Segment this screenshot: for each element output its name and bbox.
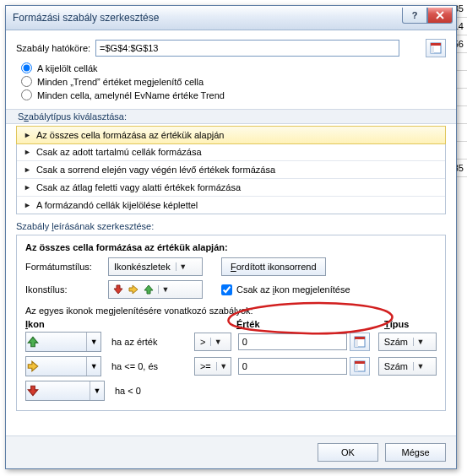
column-headers: Ikon Érték Típus [25, 319, 437, 329]
triangle-icon: ► [24, 131, 31, 139]
edit-formatting-rule-dialog: Formázási szabály szerkesztése ? Szabály… [5, 5, 457, 469]
value-input[interactable] [238, 358, 347, 375]
icon-picker[interactable]: ▼ [25, 381, 105, 401]
arrow-right-yellow-icon [128, 284, 139, 295]
ruletype-item[interactable]: ►Csak a sorrend elején vagy végén lévő é… [17, 161, 445, 179]
operator-combo[interactable]: >▼ [194, 333, 231, 351]
icon-rule-row: ▼ ha <= 0, és >=▼ Szám▼ [25, 356, 437, 376]
scope-input[interactable] [95, 40, 399, 57]
arrow-down-red-icon [112, 284, 124, 295]
radio-evname-trend[interactable]: Minden cella, amelynél EvName értéke Tre… [21, 89, 446, 100]
icon-rule-row: ▼ ha az érték >▼ Szám▼ [25, 332, 437, 352]
ruletype-item[interactable]: ►Csak az adott tartalmú cellák formázása [17, 143, 445, 161]
condition-text: ha <= 0, és [108, 361, 194, 371]
reverse-icon-order-button[interactable]: Fordított ikonsorrend [221, 257, 326, 276]
arrow-right-yellow-icon [26, 360, 40, 373]
arrow-down-red-icon [26, 384, 40, 398]
svg-rect-4 [355, 337, 365, 339]
chevron-down-icon: ▼ [176, 262, 190, 271]
ok-button[interactable]: OK [318, 443, 378, 462]
titlebar[interactable]: Formázási szabály szerkesztése ? [6, 6, 456, 30]
format-style-label: Formátumstílus: [25, 262, 103, 272]
format-style-combo[interactable]: Ikonkészletek ▼ [108, 257, 203, 276]
ruletype-item[interactable]: ►A formázandó cellák kijelölése képlette… [17, 197, 445, 214]
chevron-down-icon: ▼ [413, 362, 427, 371]
panel-title: Az összes cella formázása az értékük ala… [25, 242, 437, 252]
range-picker-button[interactable] [426, 39, 446, 57]
svg-rect-2 [431, 46, 434, 53]
type-combo[interactable]: Szám▼ [378, 333, 437, 351]
svg-rect-5 [355, 340, 358, 347]
ruletype-item[interactable]: ►Az összes cella formázása az értékük al… [16, 126, 446, 144]
chevron-down-icon: ▼ [210, 338, 225, 346]
radio-all-trend[interactable]: Minden „Trend” értéket megjelenítő cella [21, 76, 446, 87]
close-button[interactable] [427, 8, 453, 24]
chevron-down-icon: ▼ [86, 333, 100, 351]
arrow-up-green-icon [143, 284, 155, 295]
chevron-down-icon: ▼ [413, 338, 427, 346]
arrow-up-green-icon [26, 335, 40, 349]
range-picker-button[interactable] [350, 357, 370, 376]
icon-style-label: Ikonstílus: [25, 284, 103, 295]
chevron-down-icon: ▼ [158, 285, 172, 294]
type-combo[interactable]: Szám▼ [378, 357, 437, 376]
chevron-down-icon: ▼ [90, 381, 104, 400]
scope-label: Szabály hatóköre: [16, 43, 90, 53]
condition-text: ha az érték [108, 337, 194, 347]
svg-rect-8 [355, 365, 358, 371]
chevron-down-icon: ▼ [216, 362, 231, 371]
dialog-title: Formázási szabály szerkesztése [13, 12, 159, 24]
ruletype-header: Szabálytípus kiválasztása: [6, 109, 456, 124]
ruletype-item[interactable]: ►Csak az átlag feletti vagy alatti érték… [17, 179, 445, 197]
radio-selected-cells[interactable]: A kijelölt cellák [21, 62, 446, 73]
ruletypes-list: ►Az összes cella formázása az értékük al… [16, 126, 446, 214]
scope-radios: A kijelölt cellák Minden „Trend” értéket… [21, 62, 446, 100]
chevron-down-icon: ▼ [86, 357, 100, 376]
help-button[interactable]: ? [402, 8, 427, 24]
desc-header: Szabály leírásának szerkesztése: [16, 221, 446, 231]
value-input[interactable] [238, 333, 347, 350]
triangle-icon: ► [24, 165, 31, 174]
svg-rect-7 [355, 361, 365, 364]
condition-text: ha < 0 [111, 386, 201, 396]
operator-combo[interactable]: >=▼ [194, 357, 231, 376]
triangle-icon: ► [24, 201, 31, 209]
show-icon-only-checkbox[interactable]: Csak az ikon megjelenítése [221, 284, 350, 295]
range-picker-button[interactable] [350, 333, 370, 351]
rule-description-panel: Az összes cella formázása az értékük ala… [16, 235, 446, 411]
triangle-icon: ► [24, 183, 31, 192]
svg-rect-1 [431, 43, 441, 46]
triangle-icon: ► [24, 148, 31, 156]
icon-picker[interactable]: ▼ [25, 356, 101, 376]
icon-rule-row: ▼ ha < 0 [25, 381, 437, 401]
icon-picker[interactable]: ▼ [25, 332, 101, 352]
cancel-button[interactable]: Mégse [385, 443, 446, 462]
icon-rules-subhead: Az egyes ikonok megjelenítésére vonatkoz… [25, 306, 437, 316]
dialog-footer: OK Mégse [6, 435, 456, 468]
icon-style-combo[interactable]: ▼ [108, 280, 203, 299]
